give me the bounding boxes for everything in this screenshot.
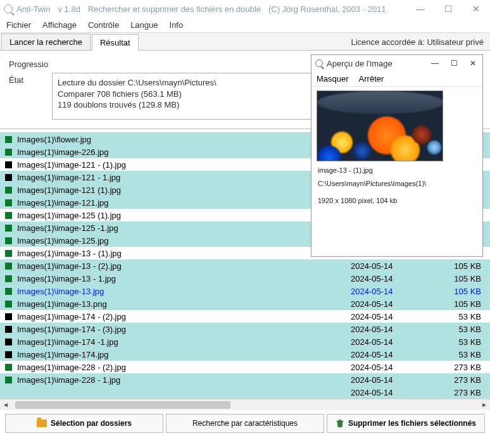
button-label: Supprimer les fichiers sélectionnés	[348, 419, 476, 428]
black-square-icon	[5, 326, 12, 333]
tab-resultat[interactable]: Résultat	[92, 34, 139, 51]
file-date: 2024-05-14	[351, 299, 439, 309]
file-path: Images(1)\image-228 - 1.jpg	[17, 375, 351, 385]
menubar: Fichier Affichage Contrôle Langue Info	[0, 18, 490, 33]
file-path: Images(1)\image-121 (1).jpg	[17, 185, 351, 195]
file-size: 53 KB	[439, 337, 490, 347]
file-size: 53 KB	[439, 312, 490, 321]
file-size: 105 KB	[439, 287, 490, 296]
label-etat: État	[9, 73, 52, 120]
file-date: 2024-05-14	[351, 375, 439, 385]
preview-close-button[interactable]: ✕	[463, 55, 482, 72]
menu-fichier[interactable]: Fichier	[6, 20, 31, 30]
black-square-icon	[5, 339, 12, 345]
file-path: Images(1)\image-174.jpg	[17, 350, 351, 359]
file-size: 273 KB	[439, 375, 490, 385]
license-label: Licence accordée à: Utilisateur privé	[348, 34, 486, 50]
green-square-icon	[5, 376, 12, 383]
file-path: Images(1)\image-13 - (2).jpg	[17, 261, 351, 271]
green-square-icon	[5, 187, 12, 194]
file-date: 2024-05-14	[351, 325, 439, 334]
app-copy: (C) Jörg Rosenthal, 2003 - 2011	[268, 4, 386, 14]
search-by-characteristics-button[interactable]: Recherche par caractéristiques	[166, 414, 324, 433]
app-version: v 1.8d	[58, 4, 80, 14]
green-square-icon	[5, 263, 12, 270]
green-square-icon	[5, 288, 12, 295]
table-row[interactable]: Images(1)\image-174.jpg2024-05-1453 KB	[0, 348, 490, 361]
preview-title: Aperçu de l'image	[327, 59, 393, 68]
preview-minimize-button[interactable]: —	[425, 55, 444, 72]
file-date: 2024-05-14	[351, 261, 439, 271]
file-path: Images(1)\image-13 - 1.jpg	[17, 274, 351, 283]
file-path: Images(1)\image-13.png	[17, 299, 351, 309]
horizontal-scrollbar[interactable]: ◄ ►	[0, 399, 490, 410]
preview-maximize-button[interactable]: ☐	[444, 55, 463, 72]
file-path: Images(1)\image-13 - (1).jpg	[17, 249, 351, 258]
table-row[interactable]: Images(1)\image-13.jpg2024-05-14105 KB	[0, 285, 490, 297]
label-progression: Progressio	[9, 57, 52, 69]
file-path: Images(1)\image-228 - (2).jpg	[17, 363, 351, 372]
close-button[interactable]: ✕	[462, 0, 490, 18]
select-by-folders-button[interactable]: Sélection par dossiers	[5, 414, 163, 433]
preview-dimensions: 1920 x 1080 pixel, 104 kb	[311, 194, 482, 208]
tab-strip: Lancer la recherche Résultat Licence acc…	[0, 33, 490, 51]
tab-lancer-recherche[interactable]: Lancer la recherche	[1, 34, 91, 50]
file-date: 2024-05-14	[351, 337, 439, 347]
file-size: 105 KB	[439, 274, 490, 283]
green-square-icon	[5, 136, 12, 143]
menu-info[interactable]: Info	[170, 20, 184, 30]
black-square-icon	[5, 174, 12, 181]
file-path: Images(1)\image-125 -1.jpg	[17, 223, 351, 233]
minimize-button[interactable]: —	[406, 0, 434, 18]
preview-menu-arreter[interactable]: Arrêter	[359, 74, 384, 84]
image-preview-window[interactable]: Aperçu de l'image — ☐ ✕ Masquer Arrêter …	[311, 54, 483, 257]
menu-controle[interactable]: Contrôle	[88, 20, 119, 30]
file-date: 2024-05-14	[351, 287, 439, 296]
table-row[interactable]: Images(1)\image-174 - (3).jpg2024-05-145…	[0, 323, 490, 335]
table-row[interactable]: Images(1)\image-228 - (2).jpg2024-05-142…	[0, 361, 490, 373]
folder-icon	[37, 420, 47, 427]
table-row[interactable]: Images(1)\image-228 - 1.jpg2024-05-14273…	[0, 373, 490, 386]
file-path: Images(1)\image-174 - (3).jpg	[17, 325, 351, 334]
file-date: 2024-05-14	[351, 350, 439, 359]
preview-directory: C:\Users\mayn\Pictures\Images(1)\	[311, 177, 482, 190]
file-path: Images(1)\image-13.jpg	[17, 287, 351, 296]
green-square-icon	[5, 212, 12, 219]
table-row[interactable]: Images(1)\image-174 - (2).jpg2024-05-145…	[0, 310, 490, 323]
file-path: Images(1)\image-174 -1.jpg	[17, 337, 351, 347]
table-row[interactable]: Images(1)\image-13 - 1.jpg2024-05-14105 …	[0, 272, 490, 285]
maximize-button[interactable]: ☐	[434, 0, 462, 18]
scroll-thumb[interactable]	[15, 401, 230, 409]
green-square-icon	[5, 250, 12, 257]
black-square-icon	[5, 313, 12, 320]
preview-titlebar[interactable]: Aperçu de l'image — ☐ ✕	[311, 55, 482, 72]
file-size: 105 KB	[439, 261, 490, 271]
file-date: 2024-05-14	[351, 274, 439, 283]
blank-icon	[5, 389, 12, 396]
preview-menubar: Masquer Arrêter	[311, 72, 482, 87]
button-label: Sélection par dossiers	[51, 419, 132, 428]
file-path: Images(1)\image-121 - 1.jpg	[17, 173, 351, 182]
trash-icon	[336, 419, 344, 428]
table-row[interactable]: Images(1)\image-13 - (2).jpg2024-05-1410…	[0, 259, 490, 272]
table-row[interactable]: Images(1)\image-13.png2024-05-14105 KB	[0, 297, 490, 310]
file-path: Images(1)\image-121 - (1).jpg	[17, 160, 351, 170]
green-square-icon	[5, 149, 12, 156]
scroll-right-icon[interactable]: ►	[479, 400, 490, 410]
black-square-icon	[5, 351, 12, 358]
file-size: 53 KB	[439, 325, 490, 334]
preview-menu-masquer[interactable]: Masquer	[317, 74, 349, 84]
table-row[interactable]: Images(1)\image-174 -1.jpg2024-05-1453 K…	[0, 335, 490, 348]
file-date: 2024-05-14	[351, 388, 439, 397]
app-desc: Rechercher et supprimer des fichiers en …	[88, 4, 261, 14]
menu-langue[interactable]: Langue	[130, 20, 158, 30]
file-size: 273 KB	[439, 388, 490, 397]
green-square-icon	[5, 364, 12, 371]
table-row[interactable]: 2024-05-14273 KB	[0, 386, 490, 399]
delete-selected-button[interactable]: Supprimer les fichiers sélectionnés	[327, 414, 485, 433]
green-square-icon	[5, 301, 12, 308]
menu-affichage[interactable]: Affichage	[42, 20, 77, 30]
window-titlebar: Anti-Twin v 1.8d Rechercher et supprimer…	[0, 0, 490, 18]
preview-filename: image-13 - (1).jpg	[311, 164, 482, 177]
scroll-left-icon[interactable]: ◄	[0, 400, 11, 410]
